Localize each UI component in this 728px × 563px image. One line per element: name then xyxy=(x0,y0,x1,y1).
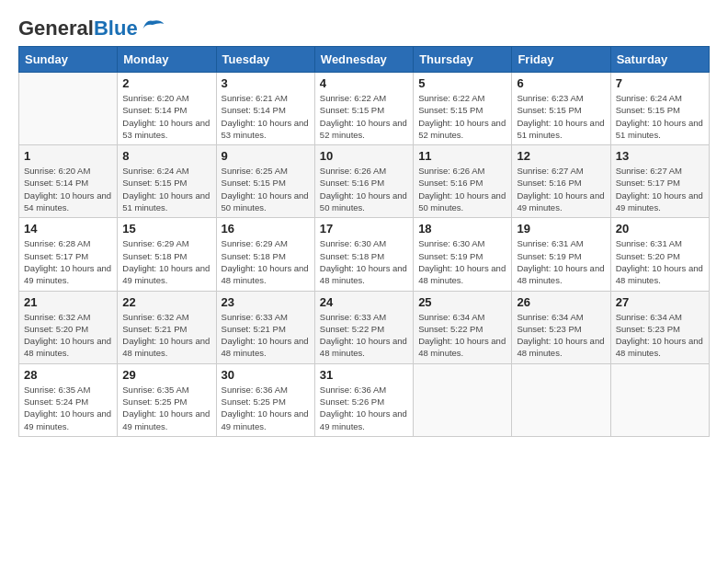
day-number: 8 xyxy=(122,149,210,163)
day-header-thursday: Thursday xyxy=(414,47,512,73)
day-info: Sunrise: 6:30 AM Sunset: 5:18 PM Dayligh… xyxy=(320,237,408,286)
calendar-cell: 6 Sunrise: 6:23 AM Sunset: 5:15 PM Dayli… xyxy=(512,73,610,145)
calendar-cell: 18 Sunrise: 6:30 AM Sunset: 5:19 PM Dayl… xyxy=(414,218,512,291)
day-info: Sunrise: 6:32 AM Sunset: 5:21 PM Dayligh… xyxy=(122,311,210,360)
day-info: Sunrise: 6:20 AM Sunset: 5:14 PM Dayligh… xyxy=(122,92,210,141)
day-info: Sunrise: 6:34 AM Sunset: 5:23 PM Dayligh… xyxy=(517,311,605,360)
calendar-cell: 1 Sunrise: 6:20 AM Sunset: 5:14 PM Dayli… xyxy=(19,145,118,218)
day-info: Sunrise: 6:31 AM Sunset: 5:19 PM Dayligh… xyxy=(517,237,605,286)
day-info: Sunrise: 6:32 AM Sunset: 5:20 PM Dayligh… xyxy=(24,311,112,360)
day-number: 7 xyxy=(616,76,704,90)
day-header-tuesday: Tuesday xyxy=(216,47,314,73)
day-number: 24 xyxy=(320,295,408,309)
calendar-cell: 27 Sunrise: 6:34 AM Sunset: 5:23 PM Dayl… xyxy=(610,291,709,363)
logo-general: General xyxy=(18,17,94,40)
calendar-cell: 29 Sunrise: 6:35 AM Sunset: 5:25 PM Dayl… xyxy=(118,363,216,436)
day-number: 25 xyxy=(418,295,506,309)
day-info: Sunrise: 6:26 AM Sunset: 5:16 PM Dayligh… xyxy=(418,165,506,213)
calendar-cell: 15 Sunrise: 6:29 AM Sunset: 5:18 PM Dayl… xyxy=(118,218,216,291)
calendar-week-row: 21 Sunrise: 6:32 AM Sunset: 5:20 PM Dayl… xyxy=(19,291,710,363)
day-number: 10 xyxy=(320,149,408,163)
day-number: 5 xyxy=(418,76,506,90)
calendar-table: SundayMondayTuesdayWednesdayThursdayFrid… xyxy=(18,46,710,437)
day-info: Sunrise: 6:34 AM Sunset: 5:22 PM Dayligh… xyxy=(418,311,506,360)
day-info: Sunrise: 6:22 AM Sunset: 5:15 PM Dayligh… xyxy=(320,92,408,141)
calendar-cell: 12 Sunrise: 6:27 AM Sunset: 5:16 PM Dayl… xyxy=(512,145,610,218)
day-info: Sunrise: 6:36 AM Sunset: 5:26 PM Dayligh… xyxy=(320,384,408,432)
day-info: Sunrise: 6:24 AM Sunset: 5:15 PM Dayligh… xyxy=(122,165,210,213)
day-number: 19 xyxy=(517,222,605,236)
day-info: Sunrise: 6:30 AM Sunset: 5:19 PM Dayligh… xyxy=(418,237,506,286)
day-number: 29 xyxy=(122,368,210,382)
calendar-week-row: 2 Sunrise: 6:20 AM Sunset: 5:14 PM Dayli… xyxy=(19,73,710,145)
calendar-cell: 31 Sunrise: 6:36 AM Sunset: 5:26 PM Dayl… xyxy=(314,363,413,436)
calendar-cell: 25 Sunrise: 6:34 AM Sunset: 5:22 PM Dayl… xyxy=(414,291,512,363)
day-number: 16 xyxy=(222,222,310,236)
calendar-week-row: 28 Sunrise: 6:35 AM Sunset: 5:24 PM Dayl… xyxy=(19,363,710,436)
calendar-cell: 21 Sunrise: 6:32 AM Sunset: 5:20 PM Dayl… xyxy=(19,291,118,363)
logo: GeneralBlue xyxy=(18,18,165,39)
day-info: Sunrise: 6:33 AM Sunset: 5:21 PM Dayligh… xyxy=(222,311,310,360)
day-info: Sunrise: 6:29 AM Sunset: 5:18 PM Dayligh… xyxy=(122,237,210,286)
calendar-cell xyxy=(512,363,610,436)
calendar-cell: 13 Sunrise: 6:27 AM Sunset: 5:17 PM Dayl… xyxy=(610,145,709,218)
day-info: Sunrise: 6:25 AM Sunset: 5:15 PM Dayligh… xyxy=(222,165,310,213)
calendar-cell: 10 Sunrise: 6:26 AM Sunset: 5:16 PM Dayl… xyxy=(314,145,413,218)
calendar-cell: 14 Sunrise: 6:28 AM Sunset: 5:17 PM Dayl… xyxy=(19,218,118,291)
calendar-header-row: SundayMondayTuesdayWednesdayThursdayFrid… xyxy=(19,47,710,73)
day-header-monday: Monday xyxy=(118,47,216,73)
calendar-week-row: 1 Sunrise: 6:20 AM Sunset: 5:14 PM Dayli… xyxy=(19,145,710,218)
day-info: Sunrise: 6:26 AM Sunset: 5:16 PM Dayligh… xyxy=(320,165,408,213)
day-number: 17 xyxy=(320,222,408,236)
day-number: 28 xyxy=(24,368,112,382)
calendar-cell: 28 Sunrise: 6:35 AM Sunset: 5:24 PM Dayl… xyxy=(19,363,118,436)
calendar-cell: 17 Sunrise: 6:30 AM Sunset: 5:18 PM Dayl… xyxy=(314,218,413,291)
calendar-cell: 23 Sunrise: 6:33 AM Sunset: 5:21 PM Dayl… xyxy=(216,291,314,363)
day-number: 4 xyxy=(320,76,408,90)
day-number: 21 xyxy=(24,295,112,309)
calendar-cell: 24 Sunrise: 6:33 AM Sunset: 5:22 PM Dayl… xyxy=(314,291,413,363)
calendar-cell: 9 Sunrise: 6:25 AM Sunset: 5:15 PM Dayli… xyxy=(216,145,314,218)
calendar-cell: 3 Sunrise: 6:21 AM Sunset: 5:14 PM Dayli… xyxy=(216,73,314,145)
calendar-cell: 16 Sunrise: 6:29 AM Sunset: 5:18 PM Dayl… xyxy=(216,218,314,291)
calendar-cell: 26 Sunrise: 6:34 AM Sunset: 5:23 PM Dayl… xyxy=(512,291,610,363)
day-info: Sunrise: 6:27 AM Sunset: 5:17 PM Dayligh… xyxy=(616,165,704,213)
day-number: 3 xyxy=(222,76,310,90)
day-info: Sunrise: 6:33 AM Sunset: 5:22 PM Dayligh… xyxy=(320,311,408,360)
calendar-cell: 20 Sunrise: 6:31 AM Sunset: 5:20 PM Dayl… xyxy=(610,218,709,291)
logo-text: GeneralBlue xyxy=(18,18,138,39)
day-header-friday: Friday xyxy=(512,47,610,73)
day-number: 20 xyxy=(616,222,704,236)
calendar-cell: 5 Sunrise: 6:22 AM Sunset: 5:15 PM Dayli… xyxy=(414,73,512,145)
calendar-cell: 2 Sunrise: 6:20 AM Sunset: 5:14 PM Dayli… xyxy=(118,73,216,145)
day-number: 15 xyxy=(122,222,210,236)
day-header-saturday: Saturday xyxy=(610,47,709,73)
day-number: 9 xyxy=(222,149,310,163)
calendar-cell: 30 Sunrise: 6:36 AM Sunset: 5:25 PM Dayl… xyxy=(216,363,314,436)
day-header-sunday: Sunday xyxy=(19,47,118,73)
day-info: Sunrise: 6:21 AM Sunset: 5:14 PM Dayligh… xyxy=(222,92,310,141)
day-number: 1 xyxy=(24,149,112,163)
day-header-wednesday: Wednesday xyxy=(314,47,413,73)
calendar-cell: 19 Sunrise: 6:31 AM Sunset: 5:19 PM Dayl… xyxy=(512,218,610,291)
day-number: 2 xyxy=(122,76,210,90)
day-info: Sunrise: 6:28 AM Sunset: 5:17 PM Dayligh… xyxy=(24,237,112,286)
day-number: 30 xyxy=(222,368,310,382)
day-info: Sunrise: 6:34 AM Sunset: 5:23 PM Dayligh… xyxy=(616,311,704,360)
day-number: 31 xyxy=(320,368,408,382)
calendar-cell xyxy=(610,363,709,436)
day-info: Sunrise: 6:23 AM Sunset: 5:15 PM Dayligh… xyxy=(517,92,605,141)
day-number: 11 xyxy=(418,149,506,163)
day-info: Sunrise: 6:36 AM Sunset: 5:25 PM Dayligh… xyxy=(222,384,310,432)
calendar-week-row: 14 Sunrise: 6:28 AM Sunset: 5:17 PM Dayl… xyxy=(19,218,710,291)
day-number: 12 xyxy=(517,149,605,163)
day-number: 14 xyxy=(24,222,112,236)
logo-blue: Blue xyxy=(94,17,138,40)
calendar-cell xyxy=(414,363,512,436)
calendar-cell: 7 Sunrise: 6:24 AM Sunset: 5:15 PM Dayli… xyxy=(610,73,709,145)
day-number: 22 xyxy=(122,295,210,309)
day-info: Sunrise: 6:31 AM Sunset: 5:20 PM Dayligh… xyxy=(616,237,704,286)
day-number: 26 xyxy=(517,295,605,309)
day-number: 6 xyxy=(517,76,605,90)
day-info: Sunrise: 6:22 AM Sunset: 5:15 PM Dayligh… xyxy=(418,92,506,141)
